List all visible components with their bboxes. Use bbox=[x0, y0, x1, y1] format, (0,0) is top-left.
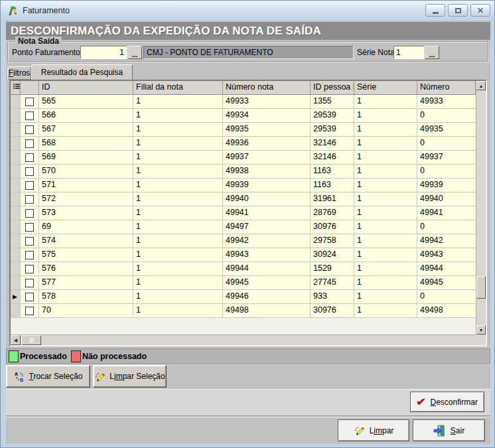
cell-filial_da_nota: 1 bbox=[133, 220, 223, 234]
cell-serie: 1 bbox=[354, 109, 417, 123]
cell-id: 570 bbox=[39, 165, 133, 179]
row-checkbox[interactable] bbox=[25, 237, 34, 246]
row-checkbox[interactable] bbox=[25, 307, 34, 315]
row-indicator bbox=[11, 192, 21, 206]
row-checkbox[interactable] bbox=[25, 251, 34, 260]
column-header-filial_da_nota[interactable]: Filial da nota bbox=[133, 81, 223, 95]
svg-text:A: A bbox=[15, 372, 18, 376]
cell-id_pessoa: 27745 bbox=[311, 276, 354, 290]
vertical-scrollbar[interactable]: ▲ ▼ bbox=[476, 81, 486, 335]
cell-filial_da_nota: 1 bbox=[133, 234, 223, 248]
trocar-selecao-button[interactable]: A B Trocar Seleção bbox=[6, 365, 90, 388]
row-checkbox[interactable] bbox=[25, 265, 34, 273]
ponto-faturamento-input[interactable] bbox=[80, 46, 127, 59]
table-row[interactable]: 5651499331355149933 bbox=[11, 95, 476, 109]
table-row[interactable]: 691494973097610 bbox=[11, 220, 476, 234]
cell-filial_da_nota: 1 bbox=[133, 165, 223, 179]
scroll-left-button[interactable]: ◀ bbox=[11, 335, 21, 345]
row-checkbox[interactable] bbox=[25, 195, 34, 204]
serie-nota-input[interactable] bbox=[393, 46, 424, 59]
row-checkbox[interactable] bbox=[25, 98, 34, 106]
row-checkbox[interactable] bbox=[25, 167, 34, 176]
cell-numero_nota: 49936 bbox=[223, 137, 311, 151]
sair-button[interactable]: Sair bbox=[413, 419, 485, 441]
column-header-numero[interactable]: Número bbox=[417, 81, 476, 95]
cell-id_pessoa: 1163 bbox=[311, 165, 354, 179]
row-checkbox-cell bbox=[21, 234, 39, 248]
row-checkbox-cell bbox=[21, 165, 39, 179]
grid-corner-icon-cell[interactable] bbox=[11, 81, 21, 95]
limpar-selecao-button[interactable]: Limpar Seleção bbox=[93, 365, 167, 388]
vertical-scroll-thumb[interactable] bbox=[476, 276, 486, 299]
cell-id: 574 bbox=[39, 234, 133, 248]
checkbox-column-header[interactable] bbox=[21, 81, 39, 95]
red-check-icon: ✔ bbox=[416, 397, 426, 408]
horizontal-scrollbar[interactable]: ◀ ▶ bbox=[11, 335, 486, 345]
table-row[interactable]: 57514994330924149943 bbox=[11, 248, 476, 262]
row-checkbox[interactable] bbox=[25, 223, 34, 232]
cell-numero_nota: 49935 bbox=[223, 123, 311, 137]
limpar-button[interactable]: Limpar bbox=[338, 419, 409, 441]
cell-numero: 0 bbox=[417, 290, 476, 304]
cell-numero: 49941 bbox=[417, 206, 476, 220]
table-row[interactable]: 5711499391163149939 bbox=[11, 179, 476, 192]
column-header-numero_nota[interactable]: Número nota bbox=[223, 81, 311, 95]
cell-numero: 49945 bbox=[417, 276, 476, 290]
cell-numero_nota: 49941 bbox=[223, 206, 311, 220]
processado-color-swatch bbox=[9, 350, 19, 362]
ponto-faturamento-browse-button[interactable]: ... bbox=[127, 46, 142, 59]
table-row[interactable]: 56714993529539149935 bbox=[11, 123, 476, 137]
titlebar: Faturamento ✕ bbox=[1, 1, 495, 21]
scroll-down-button[interactable]: ▼ bbox=[476, 325, 486, 335]
table-row[interactable]: 5681499363214610 bbox=[11, 137, 476, 151]
minimize-button[interactable] bbox=[425, 4, 445, 17]
swap-ab-icon: A B bbox=[14, 371, 25, 382]
row-checkbox[interactable] bbox=[25, 209, 34, 218]
tab-filtros[interactable]: Filtros bbox=[7, 66, 31, 80]
tab-resultado-da-pesquisa[interactable]: Resultado da Pesquisa bbox=[31, 64, 133, 80]
horizontal-scroll-thumb[interactable] bbox=[21, 335, 41, 345]
cell-id: 568 bbox=[39, 137, 133, 151]
table-row[interactable]: 7014949830976149498 bbox=[11, 304, 476, 318]
maximize-button[interactable] bbox=[448, 4, 468, 17]
cell-filial_da_nota: 1 bbox=[133, 137, 223, 151]
row-checkbox[interactable] bbox=[25, 181, 34, 190]
cell-filial_da_nota: 1 bbox=[133, 290, 223, 304]
row-checkbox[interactable] bbox=[25, 112, 34, 120]
row-checkbox[interactable] bbox=[25, 153, 34, 162]
cell-numero_nota: 49945 bbox=[223, 276, 311, 290]
cell-id_pessoa: 30976 bbox=[311, 220, 354, 234]
table-row[interactable]: 57714994527745149945 bbox=[11, 276, 476, 290]
cell-id_pessoa: 1163 bbox=[311, 179, 354, 192]
column-header-id_pessoa[interactable]: ID pessoa F bbox=[311, 81, 354, 95]
table-row[interactable]: 57214994031961149940 bbox=[11, 192, 476, 206]
serie-nota-browse-button[interactable]: ... bbox=[425, 46, 439, 59]
column-header-serie[interactable]: Série bbox=[354, 81, 417, 95]
scroll-up-button[interactable]: ▲ bbox=[476, 81, 486, 90]
row-checkbox-cell bbox=[21, 276, 39, 290]
table-row[interactable]: 57314994128769149941 bbox=[11, 206, 476, 220]
cell-numero_nota: 49944 bbox=[223, 262, 311, 276]
close-button[interactable]: ✕ bbox=[470, 4, 490, 17]
row-checkbox[interactable] bbox=[25, 279, 34, 287]
cell-numero: 49939 bbox=[417, 179, 476, 192]
table-row[interactable]: 5761499441529149944 bbox=[11, 262, 476, 276]
table-row[interactable]: ▶57814994693310 bbox=[11, 290, 476, 304]
nota-saida-groupbox: Nota Saída Ponto Faturamento ... CMJ - P… bbox=[7, 42, 489, 62]
row-checkbox[interactable] bbox=[25, 293, 34, 301]
table-row[interactable]: 57414994229758149942 bbox=[11, 234, 476, 248]
cell-numero: 49943 bbox=[417, 248, 476, 262]
cell-numero_nota: 49946 bbox=[223, 290, 311, 304]
cell-id_pessoa: 29758 bbox=[311, 234, 354, 248]
row-indicator bbox=[11, 165, 21, 179]
table-row[interactable]: 570149938116310 bbox=[11, 165, 476, 179]
cell-numero_nota: 49938 bbox=[223, 165, 311, 179]
table-row[interactable]: 5661499342953910 bbox=[11, 109, 476, 123]
cell-filial_da_nota: 1 bbox=[133, 248, 223, 262]
row-checkbox[interactable] bbox=[25, 139, 34, 148]
column-header-id[interactable]: ID bbox=[39, 81, 133, 95]
desconfirmar-button[interactable]: ✔ Desconfirmar bbox=[410, 392, 484, 412]
row-checkbox-cell bbox=[21, 192, 39, 206]
table-row[interactable]: 56914993732146149937 bbox=[11, 151, 476, 165]
row-checkbox[interactable] bbox=[25, 125, 34, 134]
